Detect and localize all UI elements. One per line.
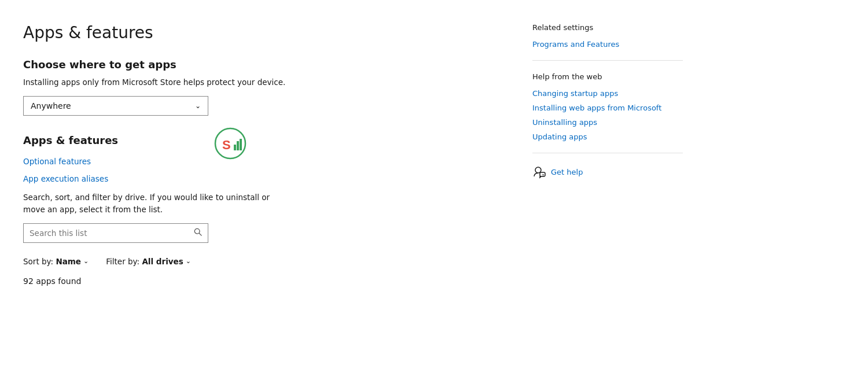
svg-text:S: S: [222, 138, 231, 152]
get-help-icon: ?: [532, 165, 546, 179]
related-settings-title: Related settings: [532, 23, 683, 32]
page-title: Apps & features: [23, 23, 498, 42]
filter-value: All drives: [142, 257, 183, 266]
apps-found-count: 92 apps found: [23, 276, 498, 286]
search-box-container: [23, 223, 208, 243]
changing-startup-apps-link[interactable]: Changing startup apps: [532, 89, 683, 98]
search-input[interactable]: [24, 224, 188, 242]
search-icon: [194, 228, 202, 236]
help-from-web-title: Help from the web: [532, 72, 683, 81]
svg-text:?: ?: [542, 174, 545, 177]
anywhere-dropdown[interactable]: Anywhere ⌄: [23, 96, 208, 116]
sort-label: Sort by:: [23, 257, 53, 266]
svg-rect-3: [237, 141, 239, 150]
choose-where-description: Installing apps only from Microsoft Stor…: [23, 76, 498, 88]
sort-dropdown[interactable]: Sort by: Name ⌄: [23, 257, 89, 266]
sidebar-divider-2: [532, 153, 683, 153]
sidebar-divider-1: [532, 60, 683, 61]
svg-rect-4: [240, 139, 242, 150]
uninstalling-apps-link[interactable]: Uninstalling apps: [532, 118, 683, 127]
chevron-down-icon: ⌄: [195, 102, 201, 110]
programs-features-link[interactable]: Programs and Features: [532, 40, 683, 49]
dropdown-value: Anywhere: [31, 101, 71, 110]
sort-value: Name: [56, 257, 81, 266]
svg-point-7: [535, 167, 541, 173]
search-button[interactable]: [188, 224, 208, 241]
installing-web-apps-link[interactable]: Installing web apps from Microsoft: [532, 104, 683, 112]
app-icon: S: [214, 127, 247, 162]
filter-label: Filter by:: [106, 257, 139, 266]
search-description: Search, sort, and filter by drive. If yo…: [23, 191, 289, 215]
svg-line-6: [199, 233, 201, 235]
app-execution-aliases-link[interactable]: App execution aliases: [23, 174, 498, 183]
apps-features-section-title: Apps & features: [23, 134, 118, 146]
optional-features-link[interactable]: Optional features: [23, 157, 498, 166]
filter-dropdown[interactable]: Filter by: All drives ⌄: [106, 257, 191, 266]
sort-filter-row: Sort by: Name ⌄ Filter by: All drives ⌄: [23, 257, 498, 266]
sort-chevron-icon: ⌄: [83, 257, 89, 265]
svg-rect-2: [234, 145, 236, 150]
get-help-row[interactable]: ? Get help: [532, 165, 683, 179]
filter-chevron-icon: ⌄: [186, 257, 191, 265]
get-help-link[interactable]: Get help: [551, 168, 583, 176]
choose-where-title: Choose where to get apps: [23, 58, 498, 71]
updating-apps-link[interactable]: Updating apps: [532, 132, 683, 141]
